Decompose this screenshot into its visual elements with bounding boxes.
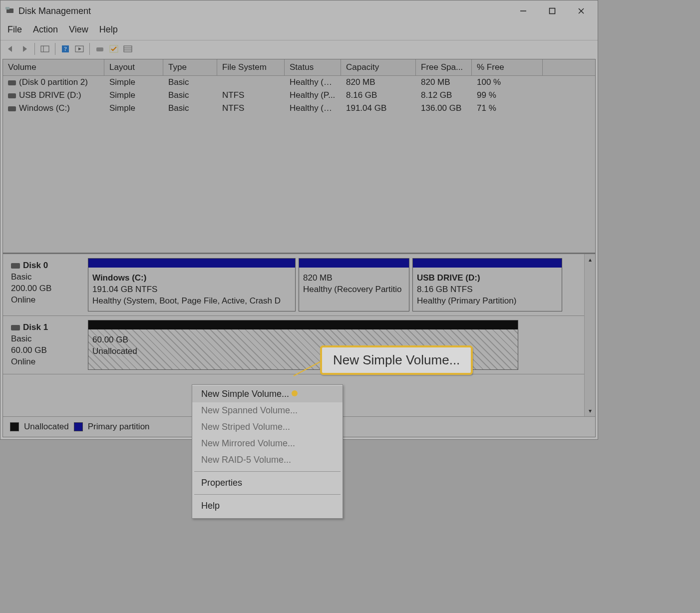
menu-bar: File Action View Help bbox=[0, 21, 598, 40]
svg-rect-1 bbox=[5, 7, 9, 9]
col-free[interactable]: Free Spa... bbox=[416, 59, 472, 75]
callout-anchor-dot bbox=[292, 390, 298, 396]
col-type[interactable]: Type bbox=[163, 59, 217, 75]
table-cell: 71 % bbox=[472, 102, 543, 114]
toolbar-separator bbox=[55, 43, 55, 55]
col-layout[interactable]: Layout bbox=[104, 59, 163, 75]
table-cell: 136.00 GB bbox=[416, 102, 472, 114]
context-menu-separator bbox=[194, 494, 341, 495]
app-icon bbox=[5, 6, 14, 15]
table-cell: 99 % bbox=[472, 89, 543, 101]
context-menu-item: New Mirrored Volume... bbox=[192, 435, 343, 452]
console-tree-icon[interactable] bbox=[39, 43, 51, 55]
help-icon[interactable]: ? bbox=[59, 43, 71, 55]
scroll-down-icon[interactable]: ▾ bbox=[585, 405, 596, 416]
maximize-button[interactable] bbox=[538, 2, 567, 20]
table-cell: NTFS bbox=[217, 89, 285, 101]
context-menu-item[interactable]: Properties bbox=[192, 475, 343, 491]
table-cell: 820 MB bbox=[416, 76, 472, 88]
disk-info[interactable]: Disk 0Basic200.00 GBOnline bbox=[8, 258, 88, 311]
forward-icon[interactable] bbox=[18, 43, 30, 55]
toolbar: ? bbox=[0, 40, 598, 57]
table-row[interactable]: USB DRIVE (D:)SimpleBasicNTFSHealthy (P.… bbox=[3, 89, 595, 102]
volume-list-header[interactable]: Volume Layout Type File System Status Ca… bbox=[3, 59, 595, 76]
minimize-button[interactable] bbox=[509, 2, 538, 20]
table-cell: Windows (C:) bbox=[3, 102, 104, 114]
context-menu-item: New Spanned Volume... bbox=[192, 402, 343, 419]
table-cell: 100 % bbox=[472, 76, 543, 88]
action-pane-icon[interactable] bbox=[73, 43, 85, 55]
volume-list[interactable]: Volume Layout Type File System Status Ca… bbox=[3, 59, 595, 254]
legend-primary-label: Primary partition bbox=[88, 422, 150, 432]
menu-file[interactable]: File bbox=[7, 24, 22, 35]
svg-marker-11 bbox=[78, 47, 81, 50]
partition[interactable]: USB DRIVE (D:)8.16 GB NTFSHealthy (Prima… bbox=[412, 258, 562, 311]
disk-row: Disk 1Basic60.00 GBOnline60.00 GBUnalloc… bbox=[3, 316, 595, 374]
disk-info[interactable]: Disk 1Basic60.00 GBOnline bbox=[8, 320, 88, 370]
callout-text: New Simple Volume... bbox=[333, 352, 460, 367]
toolbar-separator bbox=[89, 43, 90, 55]
back-icon[interactable] bbox=[4, 43, 16, 55]
svg-rect-6 bbox=[41, 46, 49, 52]
partition-color-bar bbox=[299, 259, 409, 268]
table-cell: Simple bbox=[104, 89, 163, 101]
partition-color-bar bbox=[88, 320, 518, 329]
disk-settings-icon[interactable] bbox=[94, 43, 106, 55]
table-cell: 191.04 GB bbox=[341, 102, 416, 114]
col-volume[interactable]: Volume bbox=[3, 59, 104, 75]
table-cell: Basic bbox=[163, 102, 217, 114]
volume-icon bbox=[8, 93, 16, 98]
table-cell: Simple bbox=[104, 76, 163, 88]
table-row[interactable]: Windows (C:)SimpleBasicNTFSHealthy (S...… bbox=[3, 102, 595, 115]
partition[interactable]: Windows (C:)191.04 GB NTFSHealthy (Syste… bbox=[88, 258, 296, 311]
checkmark-icon[interactable] bbox=[108, 43, 120, 55]
col-status[interactable]: Status bbox=[285, 59, 341, 75]
table-cell: USB DRIVE (D:) bbox=[3, 89, 104, 101]
partition-color-bar bbox=[88, 259, 295, 268]
table-row[interactable]: (Disk 0 partition 2)SimpleBasicHealthy (… bbox=[3, 76, 595, 89]
vertical-scrollbar[interactable]: ▴ ▾ bbox=[584, 254, 595, 416]
context-menu-separator bbox=[194, 471, 341, 472]
disk-row: Disk 0Basic200.00 GBOnlineWindows (C:)19… bbox=[3, 254, 595, 316]
table-cell: Basic bbox=[163, 89, 217, 101]
table-cell bbox=[217, 76, 285, 88]
volume-icon bbox=[8, 106, 16, 111]
window-title: Disk Management bbox=[18, 6, 91, 16]
legend-primary-swatch bbox=[74, 422, 83, 431]
partition[interactable]: 820 MBHealthy (Recovery Partitio bbox=[299, 258, 409, 311]
toolbar-separator bbox=[34, 43, 35, 55]
table-cell: 820 MB bbox=[341, 76, 416, 88]
list-view-icon[interactable] bbox=[122, 43, 134, 55]
menu-help[interactable]: Help bbox=[99, 24, 118, 35]
partition-color-bar bbox=[413, 259, 562, 268]
context-menu-item: New Striped Volume... bbox=[192, 419, 343, 435]
svg-rect-14 bbox=[124, 46, 132, 52]
context-menu-item[interactable]: New Simple Volume... bbox=[192, 386, 343, 402]
callout-bubble: New Simple Volume... bbox=[320, 345, 473, 375]
volume-icon bbox=[8, 80, 16, 85]
col-capacity[interactable]: Capacity bbox=[341, 59, 416, 75]
scroll-up-icon[interactable]: ▴ bbox=[585, 254, 596, 265]
legend-unallocated-swatch bbox=[10, 422, 19, 431]
context-menu-item: New RAID-5 Volume... bbox=[192, 452, 343, 468]
table-cell: Basic bbox=[163, 76, 217, 88]
svg-rect-12 bbox=[96, 47, 103, 51]
col-pctfree[interactable]: % Free bbox=[472, 59, 543, 75]
content-pane: Volume Layout Type File System Status Ca… bbox=[2, 59, 596, 437]
legend-unallocated-label: Unallocated bbox=[24, 422, 69, 432]
svg-rect-3 bbox=[550, 8, 555, 14]
table-cell: Healthy (R... bbox=[285, 76, 341, 88]
menu-action[interactable]: Action bbox=[33, 24, 58, 35]
context-menu-item[interactable]: Help bbox=[192, 498, 343, 514]
close-button[interactable] bbox=[567, 2, 596, 20]
table-cell: Simple bbox=[104, 102, 163, 114]
table-cell: 8.12 GB bbox=[416, 89, 472, 101]
menu-view[interactable]: View bbox=[69, 24, 88, 35]
title-bar[interactable]: Disk Management bbox=[0, 0, 598, 21]
col-filesystem[interactable]: File System bbox=[217, 59, 285, 75]
table-cell: 8.16 GB bbox=[341, 89, 416, 101]
disk-icon bbox=[11, 325, 20, 330]
table-cell: (Disk 0 partition 2) bbox=[3, 76, 104, 88]
context-menu[interactable]: New Simple Volume...New Spanned Volume..… bbox=[192, 384, 343, 519]
disk-management-window: Disk Management File Action View Help ? … bbox=[0, 0, 598, 440]
